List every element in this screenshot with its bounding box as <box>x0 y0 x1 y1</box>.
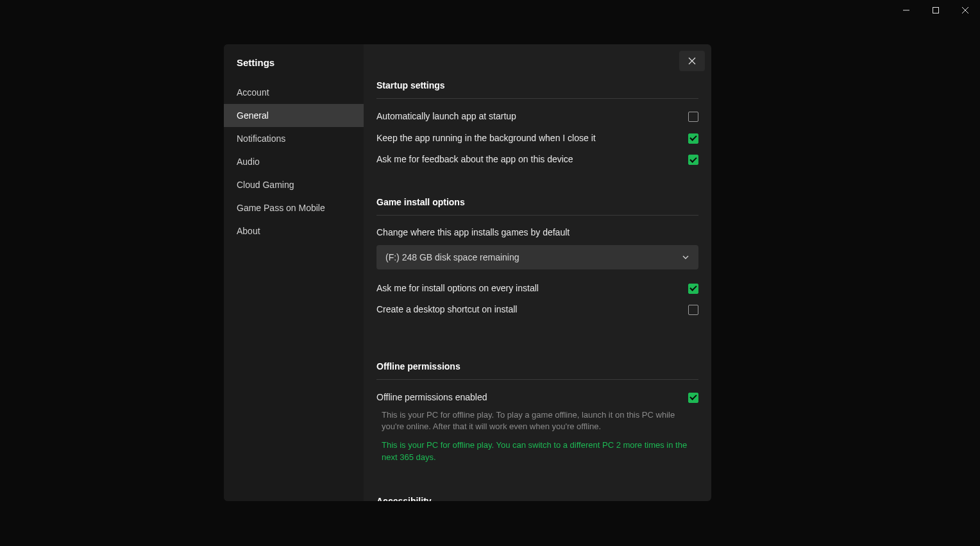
setting-label: Automatically launch app at startup <box>376 110 516 123</box>
window-maximize-button[interactable] <box>921 0 950 21</box>
sidebar-item-audio[interactable]: Audio <box>224 150 364 173</box>
sidebar-item-label: Game Pass on Mobile <box>237 203 325 213</box>
setting-label: Create a desktop shortcut on install <box>376 303 517 316</box>
setting-row-ask-install: Ask me for install options on every inst… <box>376 282 698 295</box>
close-icon <box>962 7 968 13</box>
offline-description: This is your PC for offline play. To pla… <box>376 409 698 434</box>
sidebar-item-about[interactable]: About <box>224 219 364 243</box>
setting-label: Offline permissions enabled <box>376 391 487 404</box>
sidebar-item-label: Cloud Gaming <box>237 180 294 190</box>
checkbox-feedback[interactable] <box>688 155 698 165</box>
checkbox-auto-launch[interactable] <box>688 112 698 122</box>
sidebar-item-label: About <box>237 226 260 236</box>
setting-row-desktop-shortcut: Create a desktop shortcut on install <box>376 303 698 316</box>
setting-label: Ask me for install options on every inst… <box>376 282 539 295</box>
install-location-label: Change where this app installs games by … <box>376 227 698 237</box>
setting-row-keep-running: Keep the app running in the background w… <box>376 132 698 145</box>
divider <box>376 215 698 216</box>
section-title-offline: Offline permissions <box>376 361 698 371</box>
sidebar-item-label: Account <box>237 87 269 98</box>
window-minimize-button[interactable] <box>891 0 921 21</box>
settings-sidebar: Settings Account General Notifications A… <box>224 44 364 501</box>
install-location-dropdown[interactable]: (F:) 248 GB disk space remaining <box>376 245 698 269</box>
close-icon <box>688 57 696 65</box>
sidebar-item-game-pass-mobile[interactable]: Game Pass on Mobile <box>224 196 364 219</box>
settings-content-wrap: Startup settings Automatically launch ap… <box>364 44 711 501</box>
sidebar-item-label: General <box>237 110 269 121</box>
sidebar-item-notifications[interactable]: Notifications <box>224 127 364 150</box>
setting-label: Ask me for feedback about the app on thi… <box>376 153 573 166</box>
section-title-startup: Startup settings <box>376 80 698 90</box>
maximize-icon <box>933 7 939 13</box>
section-title-install: Game install options <box>376 197 698 207</box>
setting-label: Keep the app running in the background w… <box>376 132 596 145</box>
sidebar-item-label: Notifications <box>237 133 285 144</box>
setting-row-offline-enabled: Offline permissions enabled <box>376 391 698 404</box>
sidebar-item-cloud-gaming[interactable]: Cloud Gaming <box>224 173 364 196</box>
svg-rect-0 <box>933 8 939 13</box>
chevron-down-icon <box>682 253 689 261</box>
setting-row-feedback: Ask me for feedback about the app on thi… <box>376 153 698 166</box>
window-close-button[interactable] <box>950 0 980 21</box>
window-titlebar <box>891 0 980 21</box>
checkbox-keep-running[interactable] <box>688 133 698 144</box>
sidebar-item-label: Audio <box>237 157 260 167</box>
settings-content[interactable]: Startup settings Automatically launch ap… <box>364 44 711 501</box>
offline-status: This is your PC for offline play. You ca… <box>376 439 698 464</box>
settings-title: Settings <box>224 57 364 81</box>
checkbox-desktop-shortcut[interactable] <box>688 305 698 315</box>
checkbox-offline-enabled[interactable] <box>688 393 698 403</box>
dropdown-value: (F:) 248 GB disk space remaining <box>385 252 520 262</box>
sidebar-item-general[interactable]: General <box>224 104 364 127</box>
checkbox-ask-install[interactable] <box>688 284 698 294</box>
divider <box>376 379 698 380</box>
minimize-icon <box>903 7 909 13</box>
sidebar-item-account[interactable]: Account <box>224 81 364 104</box>
divider <box>376 98 698 99</box>
section-title-accessibility: Accessibility <box>376 496 698 501</box>
settings-modal: Settings Account General Notifications A… <box>224 44 711 501</box>
modal-close-button[interactable] <box>679 51 705 71</box>
setting-row-auto-launch: Automatically launch app at startup <box>376 110 698 123</box>
